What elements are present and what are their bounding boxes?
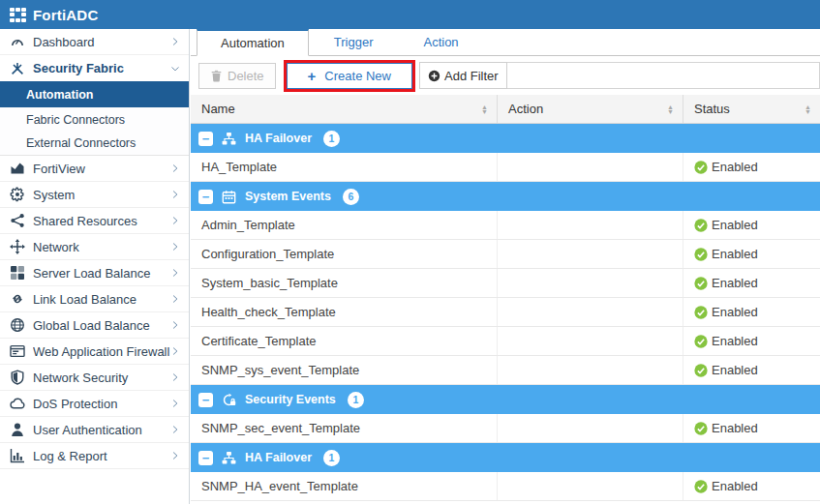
status-label: Enabled xyxy=(712,363,758,377)
delete-button[interactable]: Delete xyxy=(198,63,276,89)
cell-action xyxy=(498,211,683,239)
tab-automation[interactable]: Automation xyxy=(197,29,309,56)
status-badge: Enabled xyxy=(694,421,758,435)
cell-action xyxy=(498,269,683,297)
sidebar-item-label: Web Application Firewall xyxy=(33,344,170,359)
column-header-action-label: Action xyxy=(508,102,543,116)
move-arrows-icon xyxy=(10,239,25,254)
sidebar-item-security-fabric[interactable]: Security Fabric xyxy=(0,55,189,81)
bar-chart-icon xyxy=(10,448,25,463)
table-row[interactable]: Admin_TemplateEnabled xyxy=(191,211,820,240)
sidebar-item-label: Log & Report xyxy=(33,449,170,463)
table-row[interactable]: SNMP_HA_event_TemplateEnabled xyxy=(191,472,820,501)
collapse-minus-button[interactable]: − xyxy=(198,451,213,465)
column-header-name-label: Name xyxy=(201,102,235,116)
cloud-icon xyxy=(10,396,25,411)
gear-icon xyxy=(10,187,25,202)
group-row-ha-failover-3[interactable]: −HA Failover1 xyxy=(191,443,820,472)
chevron-right-icon xyxy=(170,425,180,434)
group-row-ha-failover-0[interactable]: −HA Failover1 xyxy=(191,124,820,153)
sort-icon: ▲▼ xyxy=(667,104,674,114)
column-header-action[interactable]: Action ▲▼ xyxy=(498,95,683,123)
sidebar-item-link-load-balance[interactable]: Link Load Balance xyxy=(0,286,189,312)
table-row[interactable]: HA_TemplateEnabled xyxy=(191,153,820,182)
status-label: Enabled xyxy=(712,247,758,261)
plus-icon: + xyxy=(308,69,317,83)
group-label: HA Failover xyxy=(245,451,312,464)
status-label: Enabled xyxy=(712,421,758,435)
table-row[interactable]: SNMP_sys_event_TemplateEnabled xyxy=(191,356,820,385)
tab-action[interactable]: Action xyxy=(398,29,483,55)
column-header-status[interactable]: Status ▲▼ xyxy=(683,95,820,123)
cell-status: Enabled xyxy=(683,472,820,500)
sidebar-item-automation[interactable]: Automation xyxy=(0,81,189,107)
main-content: AutomationTriggerAction Delete + Create … xyxy=(191,29,820,504)
sidebar-item-label: Network xyxy=(33,240,170,254)
sort-icon: ▲▼ xyxy=(805,104,811,114)
sidebar-item-log-report[interactable]: Log & Report xyxy=(0,443,189,469)
group-count-badge: 1 xyxy=(323,450,340,466)
cell-status: Enabled xyxy=(683,269,820,297)
globe-icon xyxy=(10,317,25,333)
filter-bar[interactable]: Add Filter xyxy=(419,62,820,89)
annotation-create-new-highlight: + Create New xyxy=(284,60,415,92)
table-row[interactable]: Certificate_TemplateEnabled xyxy=(191,327,820,356)
user-icon xyxy=(10,422,25,437)
status-label: Enabled xyxy=(712,218,758,232)
sidebar-item-global-load-balance[interactable]: Global Load Balance xyxy=(0,312,189,339)
sidebar-item-system[interactable]: System xyxy=(0,182,189,208)
collapse-minus-button[interactable]: − xyxy=(198,190,213,204)
waf-window-icon xyxy=(10,343,25,359)
table-row[interactable]: System_basic_TemplateEnabled xyxy=(191,269,820,298)
sidebar-item-network[interactable]: Network xyxy=(0,234,189,260)
group-row-system-events-1[interactable]: −System Events6 xyxy=(191,182,820,211)
add-filter-button[interactable]: Add Filter xyxy=(419,62,507,89)
table-row[interactable]: Configuration_TemplateEnabled xyxy=(191,240,820,269)
status-label: Enabled xyxy=(712,479,758,493)
tab-trigger[interactable]: Trigger xyxy=(309,29,399,55)
group-row-security-events-2[interactable]: −Security Events1 xyxy=(191,385,820,414)
status-badge: Enabled xyxy=(694,479,758,493)
group-label: System Events xyxy=(245,190,331,203)
sidebar-item-dashboard[interactable]: Dashboard xyxy=(0,29,189,55)
sidebar-item-external-connectors[interactable]: External Connectors xyxy=(0,132,189,156)
chevron-right-icon xyxy=(170,268,180,278)
status-badge: Enabled xyxy=(694,363,758,377)
group-label: Security Events xyxy=(245,393,336,406)
collapse-minus-button[interactable]: − xyxy=(198,132,213,146)
cell-name: System_basic_Template xyxy=(191,269,498,297)
fortiview-icon xyxy=(10,161,25,176)
security-fabric-icon xyxy=(10,61,25,76)
chevron-right-icon xyxy=(170,216,180,225)
sidebar-item-label: Link Load Balance xyxy=(33,292,170,307)
status-label: Enabled xyxy=(712,160,758,174)
check-circle-icon xyxy=(694,335,708,348)
sidebar-item-network-security[interactable]: Network Security xyxy=(0,365,189,391)
sidebar-item-server-load-balance[interactable]: Server Load Balance xyxy=(0,260,189,286)
table-row[interactable]: SNMP_sec_event_TemplateEnabled xyxy=(191,414,820,443)
create-new-button-label: Create New xyxy=(324,69,391,83)
create-new-button[interactable]: + Create New xyxy=(287,63,412,89)
group-count-badge: 6 xyxy=(343,189,359,205)
cell-action xyxy=(498,472,683,500)
sidebar-item-dos-protection[interactable]: DoS Protection xyxy=(0,391,189,417)
sidebar-item-user-authentication[interactable]: User Authentication xyxy=(0,417,189,443)
sidebar-item-shared-resources[interactable]: Shared Resources xyxy=(0,208,189,234)
cell-status: Enabled xyxy=(683,414,820,442)
app-title: FortiADC xyxy=(33,7,98,23)
sidebar-item-label: Server Load Balance xyxy=(33,266,170,281)
status-label: Enabled xyxy=(712,334,758,348)
chevron-right-icon xyxy=(170,399,180,408)
table-row[interactable]: Health_check_TemplateEnabled xyxy=(191,298,820,327)
check-circle-icon xyxy=(694,306,708,319)
sidebar-subitem-label: Automation xyxy=(26,88,93,102)
cell-action xyxy=(498,414,683,442)
collapse-minus-button[interactable]: − xyxy=(198,393,213,407)
column-header-name[interactable]: Name ▲▼ xyxy=(191,95,498,123)
top-bar: FortiADC xyxy=(0,0,820,29)
sidebar-item-web-application-firewall[interactable]: Web Application Firewall xyxy=(0,339,189,365)
sidebar-subitem-label: Fabric Connectors xyxy=(26,113,125,127)
sidebar-item-fortiview[interactable]: FortiView xyxy=(0,156,189,182)
status-badge: Enabled xyxy=(694,276,758,290)
sidebar-item-fabric-connectors[interactable]: Fabric Connectors xyxy=(0,107,189,132)
